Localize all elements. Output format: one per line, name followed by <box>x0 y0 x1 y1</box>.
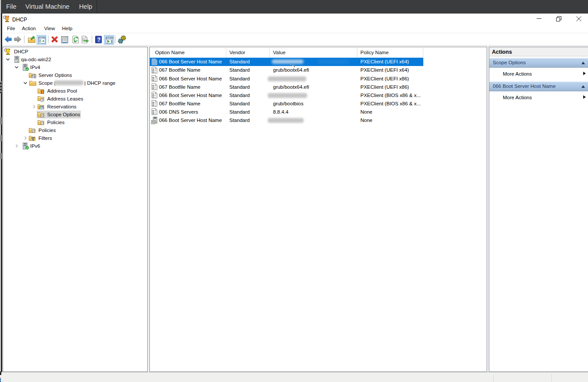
svg-text:?: ? <box>97 37 100 43</box>
